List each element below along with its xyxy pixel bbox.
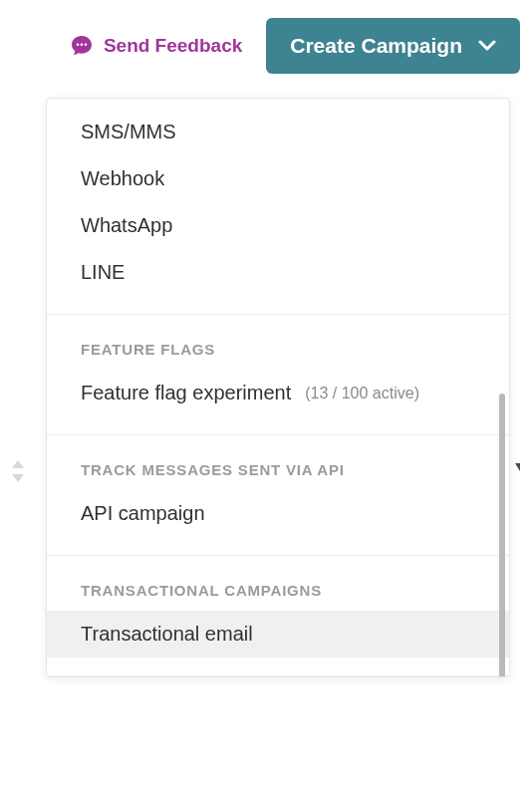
menu-item-feature-flag-experiment[interactable]: Feature flag experiment (13 / 100 active… xyxy=(47,370,509,416)
menu-item-label: Feature flag experiment xyxy=(81,382,291,404)
create-campaign-dropdown: SMS/MMS Webhook WhatsApp LINE FEATURE FL… xyxy=(46,98,510,677)
dropdown-scrollbar[interactable] xyxy=(499,394,505,677)
section-header-api: TRACK MESSAGES SENT VIA API xyxy=(47,451,509,490)
menu-item-label: SMS/MMS xyxy=(81,121,176,143)
menu-item-transactional-email[interactable]: Transactional email xyxy=(47,611,509,658)
channels-section: SMS/MMS Webhook WhatsApp LINE xyxy=(47,99,509,315)
menu-item-webhook[interactable]: Webhook xyxy=(47,155,509,202)
sort-icon[interactable] xyxy=(10,460,26,482)
send-feedback-link[interactable]: Send Feedback xyxy=(70,34,242,58)
section-header-transactional: TRANSACTIONAL CAMPAIGNS xyxy=(47,572,509,611)
menu-item-label: LINE xyxy=(81,261,125,284)
menu-item-label: WhatsApp xyxy=(81,214,172,237)
feature-flag-count: (13 / 100 active) xyxy=(305,385,419,402)
menu-item-api-campaign[interactable]: API campaign xyxy=(47,490,509,537)
menu-item-label: Webhook xyxy=(81,167,164,190)
transactional-section: TRANSACTIONAL CAMPAIGNS Transactional em… xyxy=(47,556,509,676)
top-bar: Send Feedback Create Campaign xyxy=(0,0,532,74)
chevron-down-icon xyxy=(478,40,496,52)
menu-item-whatsapp[interactable]: WhatsApp xyxy=(47,202,509,249)
dropdown-indicator-icon xyxy=(515,463,520,471)
create-campaign-label: Create Campaign xyxy=(290,34,462,58)
feedback-label: Send Feedback xyxy=(104,35,242,57)
menu-item-sms-mms[interactable]: SMS/MMS xyxy=(47,109,509,155)
svg-point-2 xyxy=(85,44,88,47)
menu-item-line[interactable]: LINE xyxy=(47,249,509,296)
menu-item-label: Transactional email xyxy=(81,623,253,646)
svg-point-0 xyxy=(77,44,80,47)
section-header-feature-flags: FEATURE FLAGS xyxy=(47,331,509,370)
menu-item-label: API campaign xyxy=(81,502,205,525)
create-campaign-button[interactable]: Create Campaign xyxy=(266,18,520,74)
api-section: TRACK MESSAGES SENT VIA API API campaign xyxy=(47,435,509,556)
chat-dots-icon xyxy=(70,34,94,58)
svg-point-1 xyxy=(81,44,84,47)
feature-flags-section: FEATURE FLAGS Feature flag experiment (1… xyxy=(47,315,509,435)
